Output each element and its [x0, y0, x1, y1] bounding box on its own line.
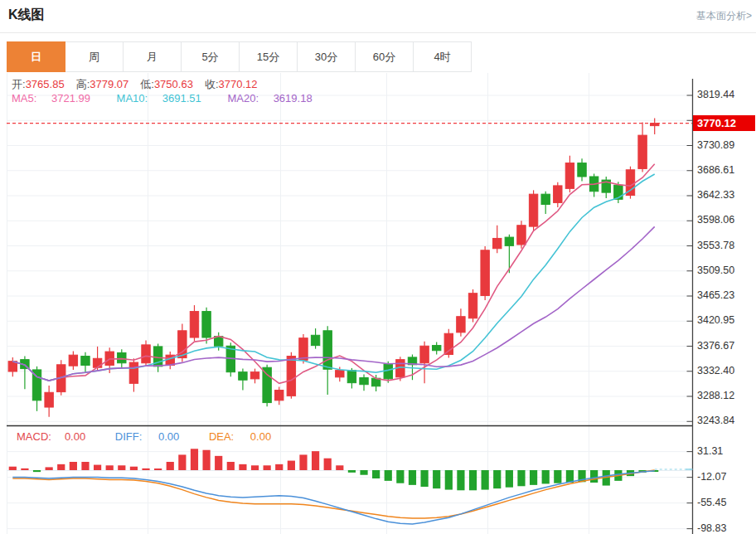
price-axis-tick-label: 3376.67 [697, 340, 734, 352]
price-axis-tick-label: 3509.50 [697, 265, 734, 276]
macd-bar-positive [227, 462, 235, 470]
macd-bar-positive [264, 465, 271, 470]
tab-interval-3[interactable]: 月 [124, 41, 182, 72]
macd-bar-positive [9, 467, 17, 470]
macd-bar-positive [106, 465, 114, 470]
candle-up [336, 371, 344, 377]
candle-up [142, 345, 150, 363]
price-axis-tick-label: 3288.12 [697, 390, 734, 401]
candle-up [287, 357, 295, 396]
macd-bar-negative [469, 470, 477, 490]
price-axis-tick-label: 3243.84 [697, 415, 734, 426]
macd-bar-positive [275, 464, 283, 470]
tab-interval-7[interactable]: 60分 [356, 41, 414, 72]
ma10-legend: MA10: 3691.51 [117, 92, 213, 104]
tab-interval-1[interactable]: 日 [7, 41, 65, 72]
candle-down [323, 331, 332, 369]
price-axis-tick-label: 3598.06 [697, 214, 734, 226]
macd-bar-negative [566, 470, 574, 483]
open-label: 开: [12, 78, 26, 90]
macd-bar-positive [167, 462, 174, 470]
macd-bar-positive [191, 449, 198, 470]
page-title: K线图 [8, 7, 45, 24]
macd-bar-negative [554, 470, 561, 483]
price-axis-tick-label: 3553.78 [697, 240, 734, 251]
candle-up [190, 312, 198, 337]
candle-up [93, 358, 101, 367]
macd-bar-negative [493, 470, 501, 488]
candle-up [250, 372, 259, 379]
macd-axis-tick-label: -12.07 [697, 471, 726, 483]
interval-tabbar: 日周月5分15分30分60分4时 [7, 41, 472, 72]
open-value: 3765.85 [26, 78, 65, 90]
price-axis-tick-label: 3686.61 [697, 164, 734, 176]
candle-up [529, 194, 537, 226]
dea-value-legend: DEA: 0.00 [209, 430, 284, 443]
high-label: 高: [76, 78, 90, 90]
ma10-line [12, 174, 654, 381]
candle-up [420, 346, 429, 362]
macd-bar-positive [299, 454, 307, 470]
macd-bar-negative [590, 470, 598, 483]
price-axis-tick-label: 3642.33 [697, 189, 734, 201]
candle-down [118, 352, 126, 362]
macd-bar-negative [385, 470, 392, 481]
macd-bar-positive [251, 465, 259, 470]
macd-bar-negative [348, 470, 356, 473]
ma5-legend: MA5: 3721.99 [12, 92, 102, 104]
candle-up [275, 391, 284, 400]
macd-bar-negative [420, 470, 428, 487]
macd-bar-negative [33, 470, 41, 472]
high-value: 3779.07 [90, 78, 128, 90]
candle-down [360, 378, 368, 385]
macd-bar-positive [215, 456, 222, 470]
macd-bar-positive [202, 450, 210, 470]
tab-interval-8[interactable]: 4时 [414, 41, 472, 72]
candle-up [457, 317, 465, 333]
tab-interval-4[interactable]: 5分 [182, 41, 240, 72]
candle-up [493, 238, 502, 248]
fundamental-analysis-link[interactable]: 基本面分析> [696, 9, 752, 23]
candle-up [468, 294, 477, 318]
candle-down [81, 357, 90, 366]
macd-value-legend: MACD:0.00 [17, 430, 99, 443]
macd-bar-positive [81, 462, 89, 470]
candle-up [69, 355, 77, 366]
low-label: 低: [140, 78, 154, 90]
price-axis-tick-label: 3332.40 [697, 365, 734, 376]
diff-value-legend: DIFF: 0.00 [115, 430, 192, 443]
macd-bar-negative [457, 470, 464, 490]
macd-bar-negative [542, 470, 550, 483]
ma-legend: MA5: 3721.99 MA10: 3691.51 MA20: 3619.18 [12, 92, 336, 104]
macd-bar-positive [118, 465, 125, 470]
candle-up [565, 163, 574, 189]
macd-bar-negative [445, 470, 453, 490]
ohlc-legend: 开:3765.85高:3779.07低:3750.63收:3770.12 [12, 77, 269, 92]
tab-interval-6[interactable]: 30分 [298, 41, 356, 72]
macd-bar-negative [482, 470, 489, 490]
macd-bar-positive [142, 468, 149, 470]
low-value: 3750.63 [154, 78, 193, 90]
candle-down [578, 163, 586, 177]
candle-up [517, 226, 526, 245]
candle-up [554, 186, 562, 202]
macd-bar-negative [517, 470, 525, 486]
header-bar: K线图 基本面分析> [0, 0, 756, 33]
macd-bar-positive [336, 465, 343, 470]
candle-up [45, 392, 53, 407]
macd-bar-negative [506, 470, 513, 488]
macd-axis-tick-label: -98.83 [697, 522, 726, 534]
close-label: 收: [205, 78, 219, 90]
price-axis-tick-label: 3465.23 [697, 289, 734, 301]
macd-bar-positive [288, 461, 295, 470]
tab-interval-5[interactable]: 15分 [240, 41, 298, 72]
macd-bar-positive [154, 468, 162, 470]
tab-interval-2[interactable]: 周 [65, 41, 124, 72]
candle-down [239, 372, 247, 381]
macd-bar-positive [46, 467, 53, 470]
current-price-badge: 3770.12 [693, 115, 755, 131]
macd-bar-negative [360, 470, 367, 475]
price-axis-tick-label: 3819.44 [697, 89, 734, 100]
macd-axis-tick-label: 31.31 [697, 445, 723, 457]
macd-bar-positive [178, 454, 186, 470]
